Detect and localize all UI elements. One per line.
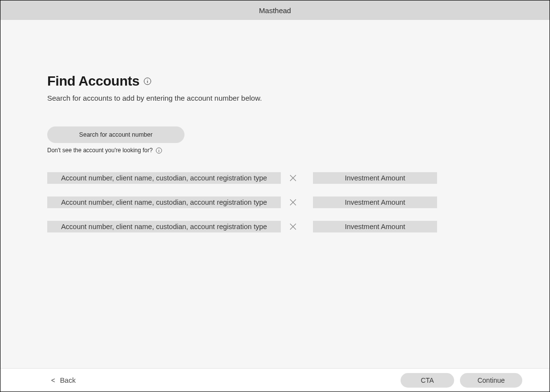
svg-point-1 — [147, 79, 147, 80]
footer-bar: < Back CTA Continue — [0, 368, 550, 392]
back-button[interactable]: < Back — [51, 376, 75, 384]
page-title: Find Accounts — [47, 73, 140, 89]
help-text: Don't see the account you're looking for… — [47, 147, 153, 154]
help-row: Don't see the account you're looking for… — [47, 147, 503, 154]
account-info-cell[interactable]: Account number, client name, custodian, … — [47, 196, 281, 208]
account-info-text: Account number, client name, custodian, … — [61, 223, 267, 231]
masthead-label: Masthead — [259, 6, 291, 15]
back-label: Back — [60, 376, 75, 384]
investment-amount-text: Investment Amount — [345, 174, 405, 182]
account-row: Account number, client name, custodian, … — [47, 221, 503, 232]
svg-point-4 — [159, 149, 159, 149]
page-subtitle: Search for accounts to add by entering t… — [47, 94, 503, 102]
app-frame: Masthead Find Accounts Search for accoun… — [0, 0, 550, 392]
chevron-left-icon: < — [51, 377, 55, 384]
investment-amount-cell[interactable]: Investment Amount — [313, 172, 437, 184]
continue-button[interactable]: Continue — [460, 373, 522, 388]
account-list: Account number, client name, custodian, … — [47, 172, 503, 232]
cta-button[interactable]: CTA — [401, 373, 454, 388]
account-row: Account number, client name, custodian, … — [47, 172, 503, 184]
investment-amount-cell[interactable]: Investment Amount — [313, 221, 437, 232]
investment-amount-text: Investment Amount — [345, 223, 405, 231]
search-input[interactable] — [47, 126, 184, 143]
account-info-text: Account number, client name, custodian, … — [61, 198, 267, 206]
page-title-row: Find Accounts — [47, 73, 503, 89]
content-area: Find Accounts Search for accounts to add… — [0, 20, 550, 368]
account-row: Account number, client name, custodian, … — [47, 196, 503, 208]
info-icon[interactable] — [156, 147, 162, 154]
investment-amount-text: Investment Amount — [345, 198, 405, 206]
close-icon[interactable] — [290, 175, 296, 181]
close-icon[interactable] — [290, 223, 296, 230]
info-icon[interactable] — [144, 77, 151, 85]
account-info-cell[interactable]: Account number, client name, custodian, … — [47, 221, 281, 232]
investment-amount-cell[interactable]: Investment Amount — [313, 196, 437, 208]
account-info-cell[interactable]: Account number, client name, custodian, … — [47, 172, 281, 184]
masthead: Masthead — [0, 0, 550, 20]
close-icon[interactable] — [290, 199, 296, 206]
account-info-text: Account number, client name, custodian, … — [61, 174, 267, 182]
